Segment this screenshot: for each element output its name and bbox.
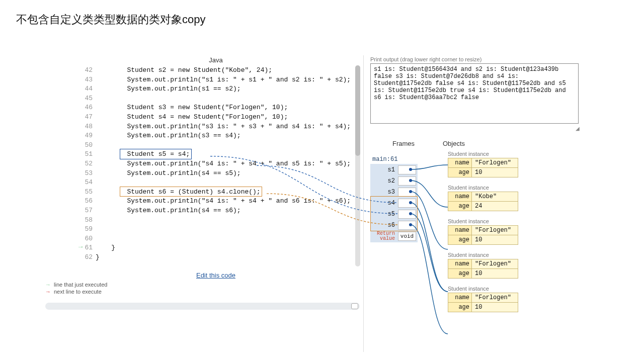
output-label: Print output (drag lower right corner to… bbox=[370, 56, 481, 62]
pointer-dot bbox=[409, 223, 412, 226]
frames-header: Frames bbox=[392, 140, 415, 147]
execution-slider[interactable] bbox=[45, 303, 360, 310]
objects-panel: Student instancename"Forlogen"age10Stude… bbox=[448, 151, 518, 319]
edit-code-link[interactable]: Edit this code bbox=[196, 272, 235, 279]
execution-slider-thumb[interactable] bbox=[351, 303, 358, 309]
edit-code-link-wrap: Edit this code bbox=[72, 272, 359, 279]
code-area: Student s2 = new Student("Kobe", 24); Sy… bbox=[96, 66, 351, 262]
pointer-dot bbox=[409, 212, 412, 215]
slide: 不包含自定义类类型数据的类对象copy Java 424344454647484… bbox=[0, 0, 644, 362]
panel-divider bbox=[363, 55, 364, 352]
arrow-red-icon bbox=[45, 289, 51, 295]
pointer-dot bbox=[409, 168, 412, 171]
pointer-dot bbox=[409, 179, 412, 182]
arrow-just-executed-icon: → bbox=[78, 242, 83, 252]
legend-just-executed: line that just executed bbox=[54, 282, 107, 288]
object-instance: Student instancename"Forlogen"age10 bbox=[448, 218, 518, 245]
objects-header: Objects bbox=[443, 140, 465, 147]
code-scrollbar-thumb[interactable] bbox=[355, 65, 360, 156]
arrow-green-icon bbox=[45, 282, 51, 288]
legend: line that just executed next line to exe… bbox=[45, 282, 107, 296]
pointer-dot bbox=[409, 201, 412, 204]
code-scrollbar[interactable] bbox=[355, 65, 360, 266]
line-number-gutter: 4243444546474849505152535455565758596061… bbox=[72, 66, 96, 262]
resize-grip-icon[interactable]: ◢ bbox=[576, 126, 582, 132]
legend-next-line: next line to execute bbox=[54, 289, 102, 295]
code-text: Student s2 = new Student("Kobe", 24); Sy… bbox=[96, 66, 351, 262]
object-instance: Student instancename"Forlogen"age10 bbox=[448, 252, 518, 279]
code-language: Java bbox=[72, 56, 359, 64]
output-box[interactable]: s1 is: Student@156643d4 and s2 is: Stude… bbox=[370, 63, 579, 124]
object-instance: Student instancename"Forlogen"age10 bbox=[448, 286, 518, 312]
frame-title: main:61 bbox=[372, 156, 397, 163]
code-panel: Java 42434445464748495051525354555657585… bbox=[72, 56, 359, 262]
slide-title: 不包含自定义类类型数据的类对象copy bbox=[16, 12, 205, 27]
object-instance: Student instancename"Kobe"age24 bbox=[448, 185, 518, 211]
object-instance: Student instancename"Forlogen"age10 bbox=[448, 151, 518, 177]
pointer-dot bbox=[409, 190, 412, 193]
